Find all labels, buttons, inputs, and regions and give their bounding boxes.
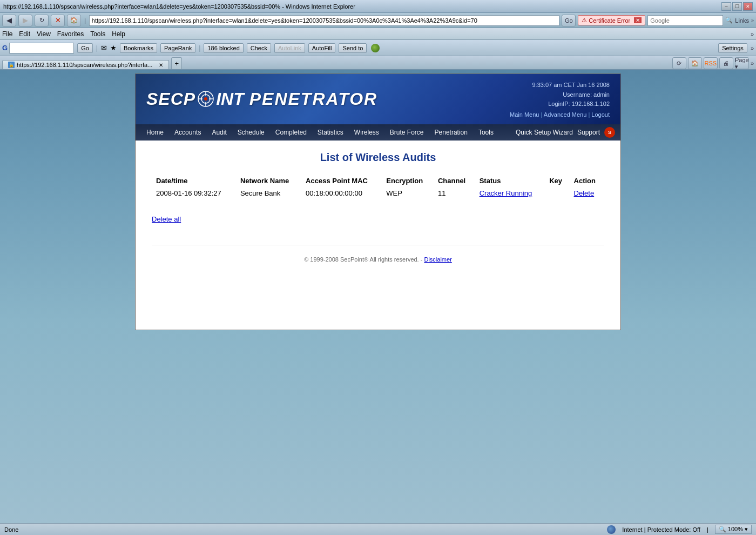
col-status: Status [475, 175, 545, 187]
status-right: Internet | Protected Mode: Off | 🔍 100% … [607, 525, 752, 534]
new-tab-button[interactable]: + [171, 57, 182, 69]
table-body: 2008-01-16 09:32:27 Secure Bank 00:18:00… [152, 187, 604, 199]
green-icon [371, 44, 380, 52]
menu-bar: File Edit View Favorites Tools Help » [0, 28, 756, 40]
google-search-input[interactable] [9, 43, 74, 54]
nav-statistics[interactable]: Statistics [312, 125, 349, 139]
app-content: List of Wireless Audits Date/time Networ… [136, 141, 620, 330]
header-loginip: LoginIP: 192.168.1.102 [510, 99, 610, 109]
bookmarks-button[interactable]: Bookmarks [120, 43, 157, 53]
maximize-button[interactable]: ☐ [732, 2, 742, 11]
app-logo: SECP INT PENETRATOR [146, 89, 377, 109]
zoom-icon: 🔍 [719, 526, 726, 532]
stop-button[interactable]: ✕ [51, 15, 65, 26]
cell-action[interactable]: Delete [570, 187, 604, 199]
tab-title: https://192.168.1.110/spscan/wireless.ph… [17, 62, 152, 68]
app-nav: Home Accounts Audit Schedule Completed S… [136, 124, 620, 141]
menu-view[interactable]: View [37, 30, 51, 38]
settings-button[interactable]: Settings [718, 43, 747, 53]
table-header: Date/time Network Name Access Point MAC … [152, 175, 604, 187]
logo-text-secp: SECP [146, 89, 195, 109]
go-button[interactable]: Go [562, 15, 576, 26]
links-label: Links [735, 17, 749, 24]
tab-bar: 🔒 https://192.168.1.110/spscan/wireless.… [0, 56, 756, 70]
forward-button[interactable]: ▶ [18, 15, 32, 26]
menu-help[interactable]: Help [112, 30, 125, 38]
browser-statusbar: Done Internet | Protected Mode: Off | 🔍 … [0, 523, 756, 535]
logout-link[interactable]: Logout [591, 111, 610, 118]
nav-penetration[interactable]: Penetration [429, 125, 473, 139]
page-button[interactable]: Page ▾ [735, 57, 749, 69]
cell-status[interactable]: Cracker Running [475, 187, 545, 199]
toolbar-separator1: | [96, 44, 98, 52]
header-nav-links: Main Menu | Advanced Menu | Logout [510, 111, 610, 118]
sendto-button[interactable]: Send to [339, 43, 367, 53]
back-button[interactable]: ◀ [2, 15, 16, 26]
window-title: https://192.168.1.110/spscan/wireless.ph… [3, 3, 355, 10]
home-tab-button[interactable]: 🏠 [688, 57, 702, 69]
zoom-button[interactable]: 🔍 100% ▾ [715, 525, 752, 534]
toolbar-chevron: » [751, 45, 754, 51]
cert-close-icon[interactable]: ✕ [634, 17, 642, 23]
cell-key [545, 187, 569, 199]
home-button[interactable]: 🏠 [67, 15, 81, 26]
autofill-button[interactable]: AutoFill [308, 43, 336, 53]
blocked-button[interactable]: 186 blocked [204, 43, 243, 53]
nav-schedule[interactable]: Schedule [232, 125, 270, 139]
app-footer: © 1999-2008 SecPoint® All rights reserve… [152, 245, 604, 273]
google-go-button[interactable]: Go [77, 43, 93, 53]
delete-all-link[interactable]: Delete all [152, 215, 181, 223]
col-key: Key [545, 175, 569, 187]
quick-setup-label[interactable]: Quick Setup Wizard [516, 129, 573, 136]
tab-chevron: » [751, 60, 754, 66]
support-label[interactable]: Support [577, 129, 600, 136]
logo-penetrator: PENETRATOR [249, 89, 378, 109]
menu-favorites[interactable]: Favorites [57, 30, 84, 38]
main-menu-link[interactable]: Main Menu [510, 111, 539, 118]
print-icon[interactable]: 🖨 [719, 57, 733, 69]
certificate-error-badge[interactable]: ⚠ Certificate Error ✕ [578, 15, 645, 25]
nav-right: Quick Setup Wizard Support S [516, 127, 615, 138]
cracker-running-link[interactable]: Cracker Running [480, 189, 532, 197]
support-icon[interactable]: S [604, 127, 615, 138]
disclaimer-link[interactable]: Disclaimer [424, 256, 451, 263]
links-chevron-icon: » [751, 18, 754, 23]
address-input[interactable] [89, 15, 559, 26]
crosshair-icon [196, 89, 215, 109]
nav-brute-force[interactable]: Brute Force [384, 125, 429, 139]
tab-toolbar-right: ⟳ 🏠 RSS 🖨 Page ▾ » [672, 57, 754, 69]
delete-link[interactable]: Delete [574, 189, 595, 197]
mail-icon[interactable]: ✉ [101, 44, 107, 52]
menu-tools[interactable]: Tools [90, 30, 105, 38]
nav-completed[interactable]: Completed [270, 125, 312, 139]
minimize-button[interactable]: – [721, 2, 731, 11]
refresh-button[interactable]: ↻ [35, 15, 49, 26]
header-username: Username: admin [510, 90, 610, 100]
cell-mac: 00:18:00:00:00:00 [301, 187, 382, 199]
nav-home[interactable]: Home [141, 125, 169, 139]
search-icon[interactable]: 🔍 [725, 17, 733, 24]
autolink-button[interactable]: AutoLink [274, 43, 305, 53]
audit-table: Date/time Network Name Access Point MAC … [152, 175, 604, 199]
star-icon[interactable]: ★ [110, 44, 117, 52]
svg-point-2 [204, 97, 207, 101]
refresh-tab-button[interactable]: ⟳ [672, 57, 686, 69]
check-button[interactable]: Check [247, 43, 271, 53]
nav-wireless[interactable]: Wireless [349, 125, 384, 139]
nav-accounts[interactable]: Accounts [169, 125, 206, 139]
menu-edit[interactable]: Edit [19, 30, 30, 38]
nav-tools[interactable]: Tools [473, 125, 499, 139]
window-controls[interactable]: – ☐ ✕ [721, 2, 753, 11]
tab-close-icon[interactable]: ✕ [159, 62, 163, 68]
close-button[interactable]: ✕ [743, 2, 753, 11]
shield-icon: ⚠ [582, 17, 587, 24]
nav-audit[interactable]: Audit [206, 125, 232, 139]
active-tab[interactable]: 🔒 https://192.168.1.110/spscan/wireless.… [2, 60, 169, 69]
address-bar: ◀ ▶ ↻ ✕ 🏠 | Go ⚠ Certificate Error ✕ 🔍 L… [0, 13, 756, 28]
menu-file[interactable]: File [2, 30, 12, 38]
search-input[interactable] [647, 15, 723, 26]
pagerank-button[interactable]: PageRank [160, 43, 195, 53]
separator: | [707, 526, 708, 533]
advanced-menu-link[interactable]: Advanced Menu [544, 111, 587, 118]
rss-icon[interactable]: RSS [704, 57, 718, 69]
